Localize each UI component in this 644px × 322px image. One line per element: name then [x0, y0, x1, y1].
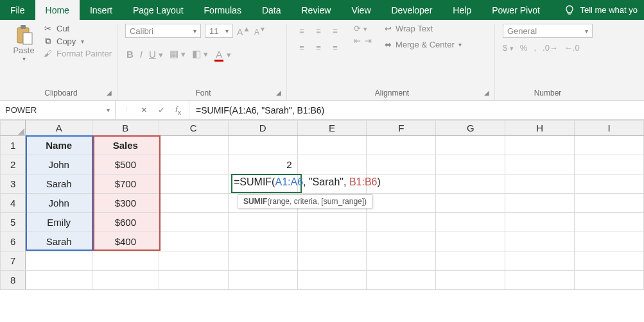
paste-dropdown-icon[interactable]: ▾: [22, 55, 26, 62]
cell-I1[interactable]: [575, 136, 644, 155]
cell-C3[interactable]: [159, 174, 228, 194]
menu-tab-file[interactable]: File: [0, 0, 35, 20]
dialog-launcher-icon[interactable]: ◢: [484, 89, 489, 96]
cell-D1[interactable]: [228, 136, 297, 155]
fx-icon[interactable]: fx: [175, 105, 181, 116]
decrease-font-icon[interactable]: A▼: [254, 26, 266, 37]
merge-center-button[interactable]: ⬌Merge & Center▾: [385, 40, 462, 49]
cell-C6[interactable]: [159, 232, 228, 251]
cell-I7[interactable]: [575, 251, 644, 271]
cell-F6[interactable]: [367, 232, 436, 251]
col-header-D[interactable]: D: [228, 121, 297, 136]
cell-I6[interactable]: [575, 232, 644, 251]
col-header-B[interactable]: B: [92, 121, 159, 136]
copy-button[interactable]: ⧉Copy▾: [42, 36, 112, 46]
cell-H3[interactable]: [505, 174, 575, 194]
cell-A3[interactable]: Sarah: [26, 174, 92, 194]
align-left-icon[interactable]: ≡: [295, 40, 309, 55]
cut-button[interactable]: ✂Cut: [42, 24, 112, 33]
cell-G5[interactable]: [436, 213, 505, 232]
cell-B3[interactable]: $700: [92, 174, 159, 194]
menu-tab-insert[interactable]: Insert: [80, 0, 123, 20]
cell-B1[interactable]: Sales: [92, 136, 159, 155]
font-name-select[interactable]: Calibri▾: [125, 24, 201, 38]
cell-G4[interactable]: [436, 194, 505, 213]
menu-tab-power-pivot[interactable]: Power Pivot: [482, 0, 550, 20]
decrease-indent-icon[interactable]: ⇤: [354, 36, 361, 46]
cell-I8[interactable]: [575, 271, 644, 290]
chevron-down-icon[interactable]: ▾: [458, 41, 462, 48]
name-box[interactable]: POWER ▾: [0, 101, 116, 119]
cell-H1[interactable]: [505, 136, 575, 155]
cell-A2[interactable]: John: [26, 155, 92, 174]
cell-I4[interactable]: [575, 194, 644, 213]
cell-G2[interactable]: [436, 155, 505, 174]
col-header-A[interactable]: A: [26, 121, 92, 136]
underline-button[interactable]: U ▾: [148, 49, 164, 60]
bold-button[interactable]: B: [125, 49, 135, 60]
accounting-format-button[interactable]: $ ▾: [503, 43, 514, 53]
cancel-formula-button[interactable]: ✕: [141, 105, 148, 115]
col-header-C[interactable]: C: [159, 121, 228, 136]
chevron-down-icon[interactable]: ▾: [81, 38, 84, 45]
cell-C7[interactable]: [159, 251, 228, 271]
font-color-button[interactable]: A ▾: [213, 49, 232, 60]
font-size-select[interactable]: 11▾: [205, 24, 233, 38]
cell-G3[interactable]: [436, 174, 505, 194]
col-header-H[interactable]: H: [505, 121, 575, 136]
cell-B2[interactable]: $500: [92, 155, 159, 174]
accept-formula-button[interactable]: ✓: [158, 105, 165, 115]
col-header-I[interactable]: I: [575, 121, 644, 136]
menu-tab-developer[interactable]: Developer: [381, 0, 443, 20]
border-button[interactable]: ▦ ▾: [168, 48, 187, 60]
paste-button[interactable]: Paste ▾: [10, 24, 37, 62]
select-all-corner[interactable]: [1, 121, 26, 136]
col-header-E[interactable]: E: [297, 121, 367, 136]
menu-tab-review[interactable]: Review: [292, 0, 342, 20]
cell-C8[interactable]: [159, 271, 228, 290]
row-header-2[interactable]: 2: [1, 155, 26, 174]
increase-font-icon[interactable]: A▲: [237, 24, 250, 37]
cell-H8[interactable]: [505, 271, 575, 290]
menu-tab-data[interactable]: Data: [252, 0, 292, 20]
cell-B6[interactable]: $400: [92, 232, 159, 251]
cell-C4[interactable]: [159, 194, 228, 213]
cell-I3[interactable]: [575, 174, 644, 194]
align-middle-icon[interactable]: ≡: [311, 24, 326, 38]
menu-tab-home[interactable]: Home: [35, 0, 80, 20]
cell-C1[interactable]: [159, 136, 228, 155]
number-format-select[interactable]: General▾: [503, 24, 593, 38]
cell-A7[interactable]: [26, 251, 92, 271]
row-header-3[interactable]: 3: [1, 174, 26, 194]
cell-I5[interactable]: [575, 213, 644, 232]
align-bottom-icon[interactable]: ≡: [328, 24, 342, 38]
cell-edit-overlay[interactable]: =SUMIF(A1:A6, "Sarah", B1:B6): [234, 176, 381, 188]
cell-A1[interactable]: Name: [26, 136, 92, 155]
cell-B7[interactable]: [92, 251, 159, 271]
cell-H7[interactable]: [505, 251, 575, 271]
format-painter-button[interactable]: 🖌Format Painter: [42, 49, 112, 58]
fill-color-button[interactable]: ◧ ▾: [191, 48, 209, 60]
dialog-launcher-icon[interactable]: ◢: [107, 89, 112, 96]
row-header-1[interactable]: 1: [1, 136, 26, 155]
decrease-decimal-icon[interactable]: ←.0: [564, 43, 580, 53]
cell-H6[interactable]: [505, 232, 575, 251]
dialog-launcher-icon[interactable]: ◢: [276, 89, 281, 96]
row-header-4[interactable]: 4: [1, 194, 26, 213]
cell-C2[interactable]: [159, 155, 228, 174]
col-header-F[interactable]: F: [367, 121, 436, 136]
cell-A4[interactable]: John: [26, 194, 92, 213]
cell-D2[interactable]: 2: [228, 155, 297, 174]
wrap-text-button[interactable]: ↩Wrap Text: [385, 24, 462, 33]
orientation-button[interactable]: ⟳ ▾: [354, 24, 372, 33]
cell-G6[interactable]: [436, 232, 505, 251]
menu-tab-formulas[interactable]: Formulas: [194, 0, 252, 20]
menu-tab-page-layout[interactable]: Page Layout: [123, 0, 194, 20]
increase-indent-icon[interactable]: ⇥: [365, 36, 372, 46]
cell-E5[interactable]: [297, 213, 367, 232]
align-right-icon[interactable]: ≡: [328, 40, 342, 55]
cell-I2[interactable]: [575, 155, 644, 174]
cell-A8[interactable]: [26, 271, 92, 290]
increase-decimal-icon[interactable]: .0→: [543, 43, 558, 53]
cell-H4[interactable]: [505, 194, 575, 213]
